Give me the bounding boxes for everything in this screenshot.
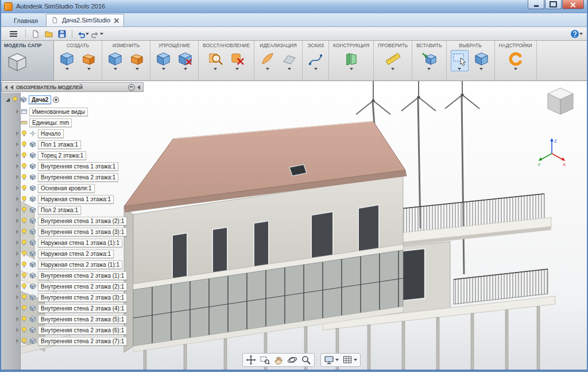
insert-import-button[interactable] xyxy=(420,50,438,71)
tab-document[interactable]: Дача2.SimStudio xyxy=(46,14,124,26)
tree-item[interactable]: Внутренняя стена 1 этажа (3):1 xyxy=(16,227,127,236)
house-model[interactable] xyxy=(124,121,407,352)
redo-dropdown-icon[interactable] xyxy=(100,33,103,35)
expand-arrow-icon[interactable] xyxy=(16,142,19,147)
tree-item[interactable]: Наружная стена 1 этажа (1):1 xyxy=(16,238,122,247)
visibility-bulb-icon[interactable] xyxy=(21,305,28,312)
tree-item[interactable]: Внутренняя стена 1 этажа (2):1 xyxy=(16,216,127,225)
tree-item[interactable]: Внутренняя стена 2 этажа:1 xyxy=(16,172,118,182)
expand-arrow-icon[interactable] xyxy=(16,109,19,114)
ground-marker-icon[interactable] xyxy=(53,97,59,103)
expand-arrow-icon[interactable] xyxy=(16,306,19,310)
visibility-bulb-icon[interactable] xyxy=(21,174,28,181)
expand-arrow-icon[interactable] xyxy=(6,98,10,102)
create-solid-button[interactable] xyxy=(58,50,76,71)
visibility-bulb-icon[interactable] xyxy=(21,316,28,323)
redo-button[interactable] xyxy=(91,28,103,39)
sketch-spline-button[interactable] xyxy=(307,50,324,71)
tree-item[interactable]: Внутренняя стена 1 этажа:1 xyxy=(16,162,118,171)
visibility-bulb-icon[interactable] xyxy=(21,338,28,344)
visibility-bulb-icon[interactable] xyxy=(21,163,28,170)
autohide-pin-icon[interactable] xyxy=(128,84,135,91)
tree-item[interactable]: Внутренняя стена 2 этажа (3):1 xyxy=(16,293,127,302)
collapse-chevron-icon[interactable] xyxy=(5,85,7,90)
idealize-midsurface-button[interactable] xyxy=(280,50,298,71)
select-window-button[interactable] xyxy=(451,50,469,71)
expand-arrow-icon[interactable] xyxy=(16,218,19,223)
expand-arrow-icon[interactable] xyxy=(16,229,19,234)
select-solid-button[interactable] xyxy=(473,50,490,71)
visibility-bulb-icon[interactable] xyxy=(21,130,28,137)
tree-item[interactable]: Пол 1 этажа:1 xyxy=(16,140,81,149)
display-mode-button[interactable] xyxy=(323,354,339,366)
visibility-bulb-icon[interactable] xyxy=(21,272,28,279)
expand-arrow-icon[interactable] xyxy=(16,317,19,321)
simplify-remove-button[interactable] xyxy=(176,50,194,71)
visibility-bulb-icon[interactable] xyxy=(21,239,28,246)
zoom-tool-button[interactable] xyxy=(300,354,312,366)
visibility-bulb-icon[interactable] xyxy=(21,152,28,159)
open-file-button[interactable] xyxy=(43,28,55,39)
expand-arrow-icon[interactable] xyxy=(16,262,19,267)
tree-item-origin[interactable]: Начало xyxy=(16,129,64,138)
pan-tool-button[interactable] xyxy=(245,354,257,366)
save-button[interactable] xyxy=(56,28,68,39)
tree-item[interactable]: Внутренняя стена 2 этажа (5):1 xyxy=(16,315,127,324)
repair-inspect-button[interactable] xyxy=(207,50,225,71)
display-dropdown-icon[interactable] xyxy=(335,359,339,361)
view-cube[interactable] xyxy=(542,85,579,121)
tab-home[interactable]: Главная xyxy=(6,16,46,26)
expand-arrow-icon[interactable] xyxy=(16,175,19,179)
create-extrude-button[interactable] xyxy=(80,50,98,71)
expand-arrow-icon[interactable] xyxy=(16,164,19,168)
help-button[interactable] xyxy=(570,28,583,39)
app-menu-button[interactable] xyxy=(5,28,21,39)
collapse-chevron-icon[interactable] xyxy=(10,85,13,90)
visibility-bulb-icon[interactable] xyxy=(21,261,28,268)
visibility-bulb-icon[interactable] xyxy=(21,206,28,213)
maximize-button[interactable] xyxy=(545,0,562,9)
tree-item[interactable]: Наружная стена 2 этажа:1 xyxy=(16,249,114,258)
cad-model-panel[interactable]: МОДЕЛЬ САПР xyxy=(1,41,54,80)
expand-arrow-icon[interactable] xyxy=(16,208,19,212)
expand-arrow-icon[interactable] xyxy=(16,197,19,201)
visibility-bulb-icon[interactable] xyxy=(21,185,28,191)
expand-arrow-icon[interactable] xyxy=(16,186,19,190)
check-measure-button[interactable] xyxy=(384,50,402,71)
tree-item[interactable]: Основная кровля:1 xyxy=(16,183,95,193)
tree-item[interactable]: Пол 2 этажа:1 xyxy=(16,205,81,214)
title-bar[interactable]: Autodesk SimStudio Tools 2016 xyxy=(1,0,587,13)
new-file-button[interactable] xyxy=(30,28,41,39)
tree-item[interactable]: Наружная стена 2 этажа (1):1 xyxy=(16,260,122,269)
tree-item-units[interactable]: Единицы: mm xyxy=(16,118,72,127)
tree-item[interactable]: Наружная стена 1 этажа:1 xyxy=(16,194,114,204)
expand-arrow-icon[interactable] xyxy=(16,328,19,332)
tree-item-named-views[interactable]: Именованные виды xyxy=(16,107,88,116)
visibility-bulb-icon[interactable] xyxy=(21,294,28,301)
visibility-bulb-icon[interactable] xyxy=(21,283,28,290)
expand-arrow-icon[interactable] xyxy=(16,131,19,136)
tree-item[interactable]: Внутренняя стена 2 этажа (2):1 xyxy=(16,282,127,291)
tree-item[interactable]: Внутренняя стена 2 этажа (1):1 xyxy=(16,271,127,280)
hand-tool-button[interactable] xyxy=(273,354,284,366)
modify-move-button[interactable] xyxy=(106,50,124,71)
help-dropdown-icon[interactable] xyxy=(579,33,583,35)
visibility-bulb-icon[interactable] xyxy=(21,327,28,333)
expand-arrow-icon[interactable] xyxy=(16,273,19,278)
structure-panels-button[interactable] xyxy=(342,50,360,71)
tree-item[interactable]: Внутренняя стена 2 этажа (6):1 xyxy=(16,325,127,335)
orbit-tool-button[interactable] xyxy=(287,354,298,366)
panel-collapse-icon[interactable] xyxy=(137,85,140,90)
expand-arrow-icon[interactable] xyxy=(16,251,19,256)
tree-item[interactable]: Торец 2 этажа:1 xyxy=(16,151,86,160)
repair-delete-face-button[interactable] xyxy=(229,50,246,71)
expand-arrow-icon[interactable] xyxy=(16,153,19,158)
expand-arrow-icon[interactable] xyxy=(16,240,19,245)
minimize-button[interactable] xyxy=(528,0,544,9)
tree-root-node[interactable]: Дача2 xyxy=(6,95,59,104)
grid-settings-button[interactable] xyxy=(342,354,358,366)
visibility-bulb-icon[interactable] xyxy=(21,250,28,257)
expand-arrow-icon[interactable] xyxy=(16,339,19,343)
modify-pattern-button[interactable] xyxy=(128,50,146,71)
tree-item[interactable]: Внутренняя стена 2 этажа (4):1 xyxy=(16,304,127,313)
